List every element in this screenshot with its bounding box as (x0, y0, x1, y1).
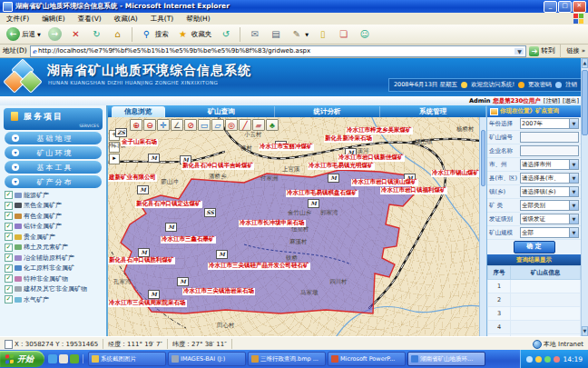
checkbox-checked-icon[interactable]: ✓ (5, 285, 13, 293)
address-input[interactable]: e http://localhost/%e7%9f%bf%e5%b1%b1%e5… (30, 45, 527, 57)
print-button[interactable]: ▤ (266, 26, 285, 42)
refresh-button[interactable]: ↻ (87, 26, 106, 42)
map-tool-button[interactable]: ✛ (157, 119, 170, 131)
update-tray-icon[interactable] (554, 356, 560, 363)
tab[interactable]: 信息浏览 (112, 106, 165, 117)
checkbox-checked-icon[interactable]: ✓ (5, 274, 13, 283)
scroll-down-icon[interactable]: ▼ (582, 326, 588, 336)
notes-button[interactable]: ▯ (313, 26, 332, 42)
mineral-layer-item[interactable]: ✓ 能源矿产 (0, 190, 106, 201)
mineral-layer-item[interactable]: ✓ 化工原料非金属矿 (0, 264, 106, 274)
table-row[interactable]: 3 (488, 307, 581, 321)
user-exit-link[interactable]: [退出] (563, 97, 579, 105)
ie-quicklaunch-icon[interactable] (48, 354, 57, 363)
mineral-layer-item[interactable]: ✓ 铅锌金属矿产 (0, 222, 106, 233)
mineral-layer-item[interactable]: ✓ 建材及其它非金属矿物 (0, 284, 106, 295)
dropdown-arrow-icon[interactable]: ▼ (570, 200, 579, 211)
favorites-button[interactable]: ★ 收藏夹 (173, 26, 215, 42)
tab[interactable]: 系统管理 (380, 106, 486, 117)
map-scrollbar-thumb[interactable] (481, 130, 485, 186)
go-button[interactable]: ➔ 转到 (529, 46, 554, 56)
taskbar-task[interactable]: 三维行政查询.bmp ... (248, 352, 326, 366)
field-value[interactable] (520, 145, 579, 156)
map-tool-button[interactable]: ∠ (171, 119, 183, 131)
mine-marker[interactable]: M (308, 199, 319, 208)
mine-marker[interactable]: M (216, 250, 228, 259)
sidebar-group-button[interactable]: ▾ 矿山环境 (5, 146, 102, 159)
scrollbar-thumb[interactable] (582, 70, 588, 135)
taskbar-task[interactable]: 系统截图图片 (88, 352, 166, 366)
mail-button[interactable]: ✉ (245, 26, 264, 42)
field-value[interactable]: 请选择镇(乡) (520, 186, 570, 197)
maximize-button[interactable]: ▢ (558, 1, 572, 13)
mine-marker[interactable]: ZS (115, 128, 127, 137)
dropdown-arrow-icon[interactable]: ▼ (570, 186, 579, 197)
taskbar-task[interactable]: 湖南省矿山地质环... (407, 352, 485, 366)
discuss-button[interactable]: ❏ (334, 26, 353, 42)
field-value[interactable]: 全部 (520, 227, 570, 238)
table-row[interactable]: 2 (488, 293, 581, 307)
map-tool-button[interactable]: ♣ (266, 119, 279, 131)
start-button[interactable]: 开始 (0, 351, 44, 367)
mine-marker[interactable]: M (328, 174, 339, 183)
map-canvas[interactable]: ⊕⊖✛∠⊘▭▱◎╱▰♣ + − ▸ ZSMMMMMMMMSSMMMMM 小云村横… (108, 117, 479, 336)
media-player-icon[interactable] (70, 354, 79, 363)
clock[interactable]: 14:19 (563, 355, 583, 363)
checkbox-checked-icon[interactable]: ✓ (5, 264, 13, 273)
map-tool-button[interactable]: ◎ (225, 119, 238, 131)
pan-east-button[interactable]: ▸ (109, 154, 120, 164)
logout-link[interactable]: 注销 (565, 81, 577, 89)
confirm-button[interactable]: 确 定 (514, 241, 555, 254)
dropdown-arrow-icon[interactable]: ▼ (570, 118, 579, 129)
table-row[interactable]: 1 (488, 280, 581, 293)
mineral-layer-item[interactable]: ✓ 特种非金属矿物 (0, 274, 106, 284)
map-tool-button[interactable]: ▰ (252, 119, 265, 131)
field-value[interactable] (520, 132, 579, 143)
close-button[interactable]: ✕ (573, 1, 586, 13)
checkbox-checked-icon[interactable]: ✓ (5, 254, 13, 262)
sidebar-group-button[interactable]: ▾ 基础地理 (5, 132, 102, 144)
map-tool-button[interactable]: ⊘ (184, 119, 197, 131)
field-value[interactable]: 2007年 (520, 118, 570, 129)
back-button[interactable]: ← 后退 ▼ (4, 26, 44, 42)
home-button[interactable]: ⌂ (108, 26, 127, 42)
menu-item[interactable]: 文件(F) (0, 15, 35, 24)
map-tool-button[interactable]: ╱ (239, 119, 251, 131)
volume-tray-icon[interactable] (535, 356, 542, 363)
links-label[interactable]: 链接 » (566, 46, 585, 55)
checkbox-checked-icon[interactable]: ✓ (5, 191, 13, 199)
sidebar-group-button[interactable]: ▾ 矿产分布 (5, 175, 102, 188)
mine-marker[interactable]: SS (204, 208, 216, 217)
mineral-layer-item[interactable]: ✓ 贵金属矿产 (0, 232, 106, 243)
field-value[interactable]: 省级发证 (520, 214, 570, 224)
checkbox-checked-icon[interactable]: ✓ (5, 212, 13, 220)
field-value[interactable]: 请选择市州 (520, 159, 570, 170)
mineral-layer-item[interactable]: ✓ 有色金属矿产 (0, 211, 106, 222)
checkbox-checked-icon[interactable]: ✓ (5, 233, 13, 241)
mineral-layer-item[interactable]: ✓ 冶金辅助原料矿产 (0, 253, 106, 264)
checkbox-checked-icon[interactable]: ✓ (5, 244, 13, 252)
change-password-link[interactable]: 更改密码 (528, 81, 552, 89)
address-dropdown-icon[interactable]: ▼ (514, 48, 524, 55)
menu-item[interactable]: 工具(T) (144, 15, 180, 24)
field-value[interactable]: 全部类别 (520, 200, 570, 211)
scroll-up-icon[interactable]: ▲ (582, 58, 588, 68)
tab[interactable]: 矿山查询 (169, 106, 275, 117)
taskbar-task[interactable]: Microsoft PowerP... (328, 352, 406, 366)
antivirus-tray-icon[interactable] (544, 356, 551, 363)
search-button[interactable]: ⚲ 搜索 (137, 26, 172, 42)
mine-marker[interactable]: M (137, 185, 149, 194)
mine-marker[interactable]: M (165, 223, 177, 232)
tab[interactable]: 统计分析 (275, 106, 381, 117)
menu-item[interactable]: 收藏(A) (108, 15, 144, 24)
show-desktop-icon[interactable] (59, 354, 68, 363)
user-logout-link[interactable]: [注销] (544, 97, 560, 105)
mine-marker[interactable]: M (148, 154, 160, 163)
menu-item[interactable]: 编辑(E) (35, 15, 72, 24)
mineral-layer-item[interactable]: ✓ 水气矿产 (0, 294, 106, 305)
dropdown-arrow-icon[interactable]: ▼ (570, 227, 579, 238)
map-tool-button[interactable]: ⊕ (130, 119, 142, 131)
menu-item[interactable]: 帮助(H) (180, 15, 217, 24)
stop-button[interactable]: ✕ (66, 26, 85, 42)
map-tool-button[interactable]: ⊖ (143, 119, 156, 131)
